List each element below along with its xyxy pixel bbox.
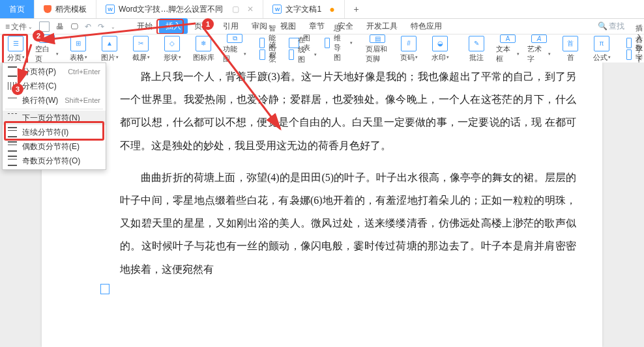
separator	[5, 109, 103, 109]
grp-charts: 图表 在线图表▾	[285, 35, 321, 63]
menu-page-break[interactable]: 分页符(P)Ctrl+Enter	[3, 64, 106, 79]
fire-icon	[44, 5, 51, 13]
pagebreak-icon: ☰	[8, 36, 23, 51]
btn-wordart[interactable]: A艺术字▾	[523, 35, 555, 63]
tab-doc1[interactable]: WWord文字技…脚怎么设置不同▢✕	[96, 0, 263, 18]
tab-special[interactable]: 特色应用	[404, 18, 448, 34]
pagenum-icon: #	[401, 36, 417, 51]
btn-pagenum[interactable]: #页码▾	[393, 35, 424, 63]
ribbon-tabs: 开始 插入 页面 引用 审阅 视图 章节 安全 开发工具 特色应用 🔍 查找	[0, 18, 644, 34]
tab-doc1-label: Word文字技…脚怎么设置不同	[119, 4, 223, 15]
close-icon[interactable]: ✕	[247, 5, 254, 14]
flowchart-icon	[259, 49, 265, 60]
iconlib-icon: ❄	[196, 36, 211, 51]
menu-next-section[interactable]: 下一页分节符(N)	[3, 111, 106, 125]
documents-tabbar: 首页 稻壳模板 WWord文字技…脚怎么设置不同▢✕ W文字文稿1● +	[0, 0, 644, 19]
ribbon: ☰ 分页▾ ▭空白页▾ ⊞表格▾ ▲图片▾ ✂截屏▾ ◇形状▾ ❄图标库 ⧉功能…	[0, 34, 644, 64]
picture-icon: ▲	[102, 36, 117, 51]
tab-insert[interactable]: 插入	[159, 18, 188, 34]
btn-iconlib[interactable]: ❄图标库	[188, 35, 219, 63]
btn-split-page[interactable]: ☰ 分页▾	[0, 35, 31, 63]
tab-doc2-label: 文字文稿1	[285, 4, 321, 15]
comment-icon: ✎	[469, 36, 484, 51]
btn-formula[interactable]: π公式▾	[586, 35, 617, 63]
tab-doc2[interactable]: W文字文稿1●	[263, 0, 344, 18]
btn-screenshot[interactable]: ✂截屏▾	[125, 35, 156, 63]
tab-section[interactable]: 章节	[302, 18, 331, 34]
tab-new[interactable]: +	[345, 0, 368, 18]
search-placeholder: 查找	[609, 21, 624, 32]
oddsection-icon	[8, 156, 17, 166]
shape-icon: ◇	[164, 36, 180, 51]
menu-odd-section[interactable]: 奇数页分节符(O)	[3, 154, 106, 168]
grp-mind: 思维导图▾ _	[321, 35, 357, 63]
btn-dropcap[interactable]: 首首	[555, 35, 586, 63]
shortcut-text: Ctrl+Enter	[68, 68, 100, 76]
comment-icon: ▢	[232, 5, 239, 14]
mindmap-icon	[325, 38, 330, 48]
btn-picture[interactable]: ▲图片▾	[94, 35, 125, 63]
menu-line-break[interactable]: 换行符(W)Shift+Enter	[3, 93, 106, 107]
grp-insert-misc1: 插入数字 首字下沉	[622, 35, 644, 63]
tab-dev[interactable]: 开发工具	[360, 18, 404, 34]
evensection-icon	[8, 141, 17, 152]
plus-icon: +	[354, 4, 359, 14]
document-page[interactable]: 路上只我一个人，背着手踱(3)着。这一片天地好像是我的；我也像超出了平常的自己，…	[42, 62, 602, 347]
btn-mindmap[interactable]: 思维导图▾	[325, 37, 353, 49]
screenshot-icon: ✂	[133, 36, 149, 51]
annotation-badge-2: 2	[33, 30, 44, 42]
smartart-icon	[259, 38, 265, 48]
table-icon: ⊞	[70, 36, 86, 51]
ribbon-search[interactable]: 🔍 查找	[598, 18, 624, 34]
btn-onlinechart[interactable]: 在线图表▾	[289, 49, 317, 61]
paragraph[interactable]: 曲曲折折的荷塘上面，弥望(4)的是田田(5)的叶子。叶子出水很高，像亭亭的舞女的…	[120, 166, 576, 281]
btn-shape[interactable]: ◇形状▾	[156, 35, 188, 63]
menu-cont-section[interactable]: 连续分节符(I)	[3, 125, 106, 139]
wordart-icon: A	[531, 35, 547, 43]
onlinechart-icon	[289, 49, 294, 60]
paragraph[interactable]: 路上只我一个人，背着手踱(3)着。这一片天地好像是我的；我也像超出了平常的自己，…	[120, 65, 576, 157]
word-icon: W	[272, 5, 282, 14]
btn-table[interactable]: ⊞表格▾	[63, 35, 94, 63]
btn-headerfooter[interactable]: ▤页眉和页脚	[362, 35, 393, 63]
headerfooter-icon: ▤	[370, 35, 385, 43]
annotation-badge-3: 3	[12, 83, 23, 95]
annotation-badge-1: 1	[202, 18, 214, 30]
funcpic-icon: ⧉	[227, 34, 242, 43]
dropcap-icon	[626, 49, 632, 60]
word-icon: W	[106, 5, 115, 14]
textbox-icon: A	[500, 35, 516, 43]
btn-comment[interactable]: ✎批注	[461, 35, 492, 63]
tab-ref[interactable]: 引用	[216, 18, 245, 34]
number-icon	[626, 38, 632, 48]
tab-start[interactable]: 开始	[130, 18, 159, 34]
btn-flowchart[interactable]: 流程图	[259, 49, 281, 61]
shortcut-text: Shift+Enter	[65, 96, 100, 104]
unsaved-dot: ●	[329, 4, 334, 14]
tab-templates[interactable]: 稻壳模板	[35, 0, 96, 18]
pagebreak-icon	[8, 66, 17, 77]
btn-textbox[interactable]: A文本框▾	[492, 35, 523, 63]
linebreak-icon	[8, 98, 17, 106]
contsection-icon	[8, 127, 17, 137]
tab-home[interactable]: 首页	[0, 0, 35, 18]
watermark-icon: ◒	[432, 36, 448, 51]
grp-diagrams: 智能图形 流程图	[256, 35, 285, 63]
btn-dropcap2[interactable]: 首字下沉	[626, 49, 644, 61]
pagebreak-dropdown: 分页符(P)Ctrl+Enter 分栏符(C) 换行符(W)Shift+Ente…	[2, 62, 106, 170]
dropcap-icon: 首	[563, 36, 578, 51]
btn-funcpic[interactable]: ⧉功能图▾	[219, 35, 250, 63]
section-marker-icon	[100, 284, 110, 294]
formula-icon: π	[594, 36, 609, 51]
tab-templates-label: 稻壳模板	[55, 4, 87, 15]
menu-even-section[interactable]: 偶数页分节符(E)	[3, 139, 106, 154]
tab-home-label: 首页	[9, 4, 25, 15]
btn-watermark[interactable]: ◒水印▾	[424, 35, 456, 63]
sectionbreak-icon	[8, 113, 17, 122]
